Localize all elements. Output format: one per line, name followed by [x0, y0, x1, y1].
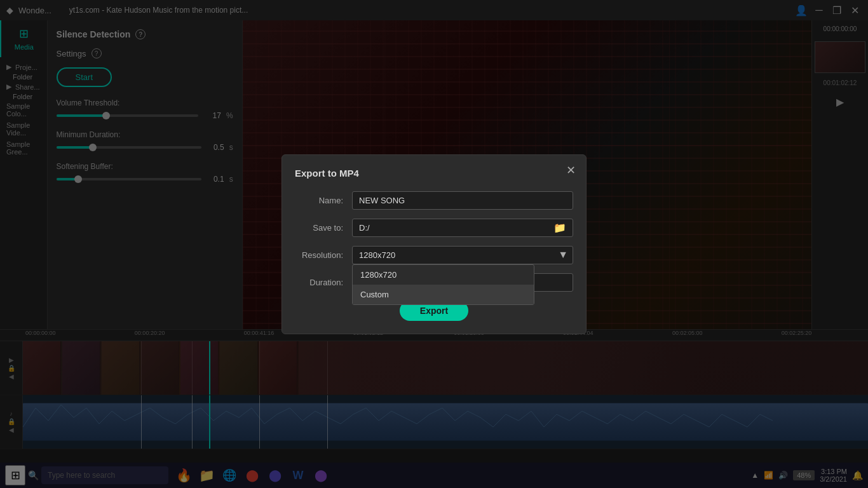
resolution-dropdown-menu: 1280x720 Custom	[352, 264, 534, 305]
dropdown-option-custom[interactable]: Custom	[353, 285, 534, 304]
modal-overlay[interactable]: Export to MP4 ✕ Name: Save to: D:/ 📁 Res…	[0, 0, 868, 488]
modal-saveto-field: D:/ 📁	[352, 219, 573, 237]
export-modal: Export to MP4 ✕ Name: Save to: D:/ 📁 Res…	[281, 154, 587, 334]
modal-title: Export to MP4	[295, 168, 573, 179]
modal-resolution-row: Resolution: 1280x720 Custom ▼ 1280x720 C…	[295, 246, 573, 264]
modal-name-row: Name:	[295, 191, 573, 210]
modal-browse-button[interactable]: 📁	[553, 222, 566, 234]
modal-resolution-wrapper: 1280x720 Custom ▼ 1280x720 Custom	[352, 246, 573, 264]
dropdown-option-1280x720[interactable]: 1280x720	[353, 265, 534, 285]
modal-saveto-row: Save to: D:/ 📁	[295, 219, 573, 237]
modal-name-input[interactable]	[352, 191, 573, 210]
modal-close-button[interactable]: ✕	[563, 163, 578, 178]
modal-saveto-label: Save to:	[295, 223, 352, 233]
modal-name-label: Name:	[295, 196, 352, 205]
modal-resolution-select[interactable]: 1280x720 Custom	[352, 246, 573, 264]
modal-resolution-label: Resolution:	[295, 250, 352, 260]
modal-duration-label: Duration:	[295, 278, 352, 287]
modal-saveto-value: D:/	[359, 223, 553, 233]
